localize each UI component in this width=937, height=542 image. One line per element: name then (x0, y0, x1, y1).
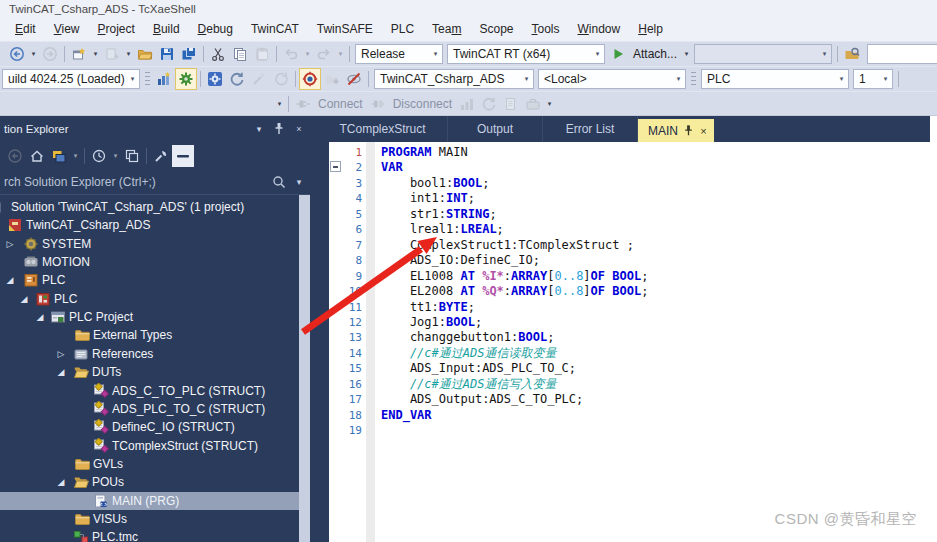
menu-item-tools[interactable]: Tools (523, 18, 569, 41)
tree-item-references[interactable]: ▷References (0, 345, 299, 363)
dropdown-chevron-icon[interactable]: ▾ (28, 50, 39, 58)
dropdown-chevron-icon[interactable]: ▾ (302, 50, 313, 58)
tree-item-pous[interactable]: ◢POUs (0, 473, 299, 491)
solution-platform-combo[interactable]: TwinCAT RT (x64)▾ (447, 44, 605, 64)
tree-item-visus[interactable]: VISUs (0, 510, 299, 528)
collapse-expander-icon[interactable]: ◢ (18, 291, 30, 308)
pending-changes-filter-icon[interactable] (88, 145, 110, 167)
undo-icon[interactable] (280, 43, 302, 65)
menu-item-build[interactable]: Build (144, 18, 189, 41)
navigate-back-icon[interactable] (6, 43, 28, 65)
debug-target-combo[interactable]: ▾ (694, 44, 832, 64)
editor-pane[interactable]: TComplexStructOutputError ListMAIN× PROG… (318, 116, 937, 542)
dropdown-chevron-icon[interactable]: ▾ (123, 50, 134, 58)
port-bars-icon[interactable] (456, 93, 478, 115)
combo-chevron-icon[interactable]: ▾ (520, 75, 533, 83)
tab-error-list[interactable]: Error List (543, 116, 638, 142)
open-folder-icon[interactable] (134, 43, 156, 65)
tree-item-gvls[interactable]: GVLs (0, 455, 299, 473)
tree-item-plc[interactable]: ◢PLC (0, 271, 299, 289)
plc-project-combo[interactable]: PLC▾ (701, 69, 849, 89)
plc-instance-combo[interactable]: 1▾ (853, 69, 893, 89)
add-item-icon[interactable] (101, 43, 123, 65)
expand-expander-icon[interactable]: ▷ (4, 236, 16, 253)
tree-item-ads-c-to-plc-struct[interactable]: ADS_C_TO_PLC (STRUCT) (0, 382, 299, 400)
quick-search-input[interactable] (867, 44, 937, 64)
close-panel-icon[interactable]: × (290, 121, 308, 137)
tree-item-plc-project[interactable]: ◢PLC Project (0, 308, 299, 326)
attach-play-icon[interactable] (607, 43, 629, 65)
combo-chevron-icon[interactable]: ▾ (835, 75, 848, 83)
fold-collapse-icon[interactable] (330, 161, 341, 172)
dropdown-chevron-icon[interactable]: ▾ (544, 100, 555, 108)
collapse-expander-icon[interactable]: ◢ (34, 309, 46, 326)
collapse-expander-icon[interactable]: ◢ (55, 364, 67, 381)
window-position-icon[interactable]: ▾ (250, 121, 268, 137)
copy-icon[interactable] (229, 43, 251, 65)
menu-item-debug[interactable]: Debug (189, 18, 242, 41)
tree-vertical-scrollbar[interactable] (299, 195, 310, 542)
solution-explorer-search[interactable]: rch Solution Explorer (Ctrl+;) ▾ (0, 169, 310, 195)
tab-pin-icon[interactable] (681, 123, 696, 138)
collapse-expander-icon[interactable]: ◢ (55, 474, 67, 491)
attach-button[interactable]: Attach... (629, 47, 681, 61)
find-in-files-icon[interactable] (841, 43, 863, 65)
menu-item-scope[interactable]: Scope (470, 18, 522, 41)
toggle-free-run-icon[interactable] (270, 68, 292, 90)
combo-chevron-icon[interactable]: ▾ (672, 75, 685, 83)
paste-icon[interactable] (251, 43, 273, 65)
tree-item-main-prg[interactable]: MAIN (PRG) (0, 492, 299, 510)
combo-chevron-icon[interactable]: ▾ (818, 50, 831, 58)
tab-main[interactable]: MAIN× (638, 119, 714, 142)
search-magnifier-icon[interactable] (270, 174, 288, 190)
tree-item-tcomplexstruct-struct[interactable]: TComplexStruct (STRUCT) (0, 437, 299, 455)
dropdown-chevron-icon[interactable]: ▾ (335, 50, 346, 58)
preview-selected-icon[interactable] (172, 145, 194, 167)
menu-item-project[interactable]: Project (89, 18, 144, 41)
restart-config-mode-icon[interactable] (204, 68, 226, 90)
tree-item-plc[interactable]: ◢PLC (0, 290, 299, 308)
combo-chevron-icon[interactable]: ▾ (879, 75, 892, 83)
tree-item-external-types[interactable]: External Types (0, 326, 299, 344)
cut-icon[interactable] (207, 43, 229, 65)
tree-item-ads-plc-to-c-struct[interactable]: ADS_PLC_TO_C (STRUCT) (0, 400, 299, 418)
combo-chevron-icon[interactable]: ▾ (126, 75, 139, 83)
show-online-data-icon[interactable] (299, 68, 321, 90)
switch-views-icon[interactable] (48, 145, 70, 167)
tree-item-definec-io-struct[interactable]: DefineC_IO (STRUCT) (0, 418, 299, 436)
connect-plug-icon[interactable] (292, 93, 314, 115)
dropdown-chevron-icon[interactable]: ▾ (274, 100, 285, 108)
code-area[interactable]: PROGRAM MAINVAR bool1:BOOL; int1:INT; st… (381, 142, 937, 542)
save-icon[interactable] (156, 43, 178, 65)
sync-selection-icon[interactable] (121, 145, 143, 167)
auto-hide-pin-icon[interactable] (270, 121, 288, 137)
twincat-build-version-combo[interactable]: uild 4024.25 (Loaded)▾ (2, 69, 140, 89)
scan-devices-icon[interactable] (248, 68, 270, 90)
menu-item-twinsafe[interactable]: TwinSAFE (308, 18, 382, 41)
properties-wrench-icon[interactable] (150, 145, 172, 167)
tree-item-duts[interactable]: ◢DUTs (0, 363, 299, 381)
solution-scope-combo[interactable]: TwinCAT_Csharp_ADS▾ (374, 69, 534, 89)
navigate-forward-icon[interactable] (39, 43, 61, 65)
new-project-icon[interactable] (68, 43, 90, 65)
toolbar-grip[interactable] (145, 72, 150, 86)
activate-configuration-icon[interactable] (153, 68, 175, 90)
tree-item-system[interactable]: ▷SYSTEM (0, 235, 299, 253)
target-system-combo[interactable]: <Local>▾ (538, 69, 686, 89)
menu-item-twincat[interactable]: TwinCAT (242, 18, 308, 41)
expand-expander-icon[interactable]: ▷ (55, 346, 67, 363)
dropdown-chevron-icon[interactable]: ▾ (681, 50, 692, 58)
tab-close-icon[interactable]: × (699, 123, 708, 138)
menu-item-team[interactable]: Team (423, 18, 470, 41)
dropdown-chevron-icon[interactable]: ▾ (70, 152, 81, 160)
tree-item-plc-tmc[interactable]: PLC.tmc (0, 528, 299, 542)
restart-twincat-system-icon[interactable] (175, 68, 197, 90)
collapse-expander-icon[interactable]: ◢ (4, 272, 16, 289)
tree-item-solution-twincat-csharp-ads-1-project[interactable]: Solution 'TwinCAT_Csharp_ADS' (1 project… (0, 198, 299, 216)
solution-configuration-combo[interactable]: Release▾ (355, 44, 443, 64)
menu-item-window[interactable]: Window (569, 18, 630, 41)
reload-devices-icon[interactable] (226, 68, 248, 90)
disconnect-button[interactable]: Disconnect (389, 97, 456, 111)
menu-item-plc[interactable]: PLC (382, 18, 423, 41)
dropdown-chevron-icon[interactable]: ▾ (90, 50, 101, 58)
